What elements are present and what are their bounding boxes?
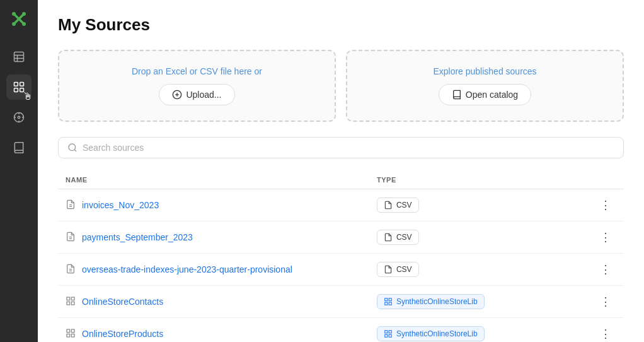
svg-rect-36 [385,302,388,305]
source-name: OnlineStoreProducts [82,329,163,339]
grid-icon [66,296,76,308]
sidebar-item-catalog[interactable] [6,135,32,160]
table-row: OnlineStoreContacts SyntheticOnlineStore… [58,286,624,318]
svg-rect-35 [389,298,391,301]
svg-point-4 [22,22,26,26]
catalog-icon [452,90,462,100]
svg-rect-38 [67,329,70,333]
svg-rect-5 [14,52,24,62]
svg-rect-39 [71,329,74,333]
more-actions-button[interactable]: ⋮ [595,197,616,213]
source-name-cell[interactable]: invoices_Nov_2023 [66,199,362,211]
type-badge: SyntheticOnlineStoreLib [377,326,485,341]
catalog-button-label: Open catalog [466,90,518,100]
svg-rect-32 [67,302,70,305]
source-name-cell[interactable]: OnlineStoreProducts [66,328,362,340]
svg-rect-37 [389,302,391,305]
source-name: payments_September_2023 [82,232,193,242]
svg-rect-30 [67,297,70,300]
upload-csv-card: Drop an Excel or CSV file here or Upload… [58,50,336,122]
type-badge: CSV [377,230,419,245]
more-actions-button[interactable]: ⋮ [595,261,616,278]
more-actions-button[interactable]: ⋮ [595,293,616,310]
svg-rect-41 [71,334,74,337]
source-name: invoices_Nov_2023 [82,200,159,210]
open-catalog-button[interactable]: Open catalog [439,84,531,105]
more-actions-button[interactable]: ⋮ [595,229,616,245]
upload-button[interactable]: Upload... [159,84,234,105]
source-name: overseas-trade-indexes-june-2023-quarter… [82,264,292,274]
svg-rect-9 [14,83,18,86]
book-icon [13,141,25,154]
source-name-cell[interactable]: payments_September_2023 [66,232,362,244]
app-logo [8,8,30,33]
upload-drop-text: Drop an Excel or CSV file here or [132,66,262,76]
more-actions-button[interactable]: ⋮ [595,326,616,342]
source-name: OnlineStoreContacts [82,297,163,307]
col-header-name: NAME [58,171,369,189]
table-icon [13,50,25,63]
catalog-text: Explore published sources [433,66,536,76]
col-header-type: TYPE [369,171,567,189]
svg-point-22 [69,144,76,151]
source-name-cell[interactable]: overseas-trade-indexes-june-2023-quarter… [66,264,362,276]
type-badge: CSV [377,198,419,213]
table-row: invoices_Nov_2023 CSV⋮ [58,189,624,221]
svg-point-3 [12,22,16,26]
file-icon [66,232,76,244]
svg-rect-42 [385,331,388,333]
sidebar-item-table[interactable] [6,44,32,69]
table-row: overseas-trade-indexes-june-2023-quarter… [58,254,624,286]
search-bar [58,137,624,158]
svg-rect-43 [389,331,391,333]
svg-rect-10 [20,83,24,86]
file-icon [66,199,76,211]
sidebar-item-explore[interactable] [6,105,32,130]
catalog-card: Explore published sources Open catalog [346,50,624,122]
type-badge: SyntheticOnlineStoreLib [377,294,485,309]
upload-section: Drop an Excel or CSV file here or Upload… [58,50,624,122]
sidebar: 🖱 [0,0,38,342]
svg-rect-33 [71,302,74,305]
page-title: My Sources [58,15,624,35]
grid-icon [66,328,76,340]
svg-rect-34 [385,298,388,301]
svg-rect-44 [385,334,388,337]
type-badge: CSV [377,262,419,277]
svg-rect-11 [14,88,18,92]
file-icon [66,264,76,276]
search-icon [67,143,78,153]
svg-rect-40 [67,334,70,337]
sources-table: NAME TYPE invoices_Nov_2023 CSV⋮ payment… [58,171,624,342]
upload-icon [172,90,182,100]
svg-point-1 [12,12,16,16]
compass-icon [13,111,25,124]
search-input[interactable] [83,143,614,153]
table-row: payments_September_2023 CSV⋮ [58,221,624,254]
cursor-hint: 🖱 [23,91,33,102]
svg-point-14 [18,116,20,118]
source-name-cell[interactable]: OnlineStoreContacts [66,296,362,308]
table-row: OnlineStoreProducts SyntheticOnlineStore… [58,318,624,343]
svg-rect-45 [389,334,391,337]
upload-button-label: Upload... [186,90,221,100]
svg-line-23 [74,150,76,151]
col-header-actions [567,171,624,189]
main-content: My Sources Drop an Excel or CSV file her… [38,0,644,342]
sidebar-item-sources[interactable]: 🖱 [6,74,32,100]
svg-rect-31 [71,297,74,300]
svg-point-2 [22,12,26,16]
